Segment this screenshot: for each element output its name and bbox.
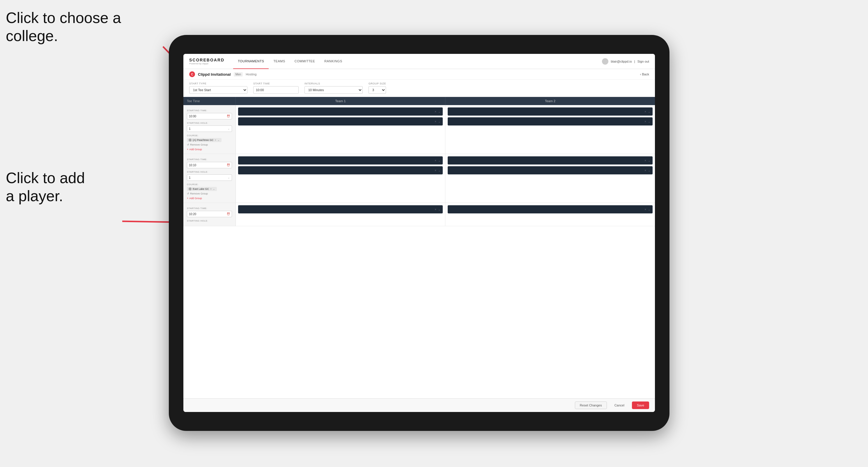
player-row[interactable]: × ⌄: [448, 107, 653, 116]
starting-time-label-3: STARTING TIME:: [187, 207, 232, 210]
separator: |: [634, 60, 635, 63]
team2-cell-3: × ⌄: [445, 203, 655, 226]
nav-bar: SCOREBOARD Powered by clippd TOURNAMENTS…: [183, 54, 655, 69]
starting-time-input-1[interactable]: 10:00⏰: [187, 113, 232, 119]
sign-out-link[interactable]: Sign out: [638, 60, 649, 63]
course-label-1: COURSE:: [187, 134, 232, 137]
intervals-group: Intervals 10 Minutes: [305, 82, 363, 94]
footer-bar: Reset Changes Cancel Save: [183, 398, 655, 412]
player-arr-icon: ⌄: [438, 159, 440, 162]
player-row[interactable]: × ⌄: [448, 166, 653, 175]
starting-time-label-2: STARTING TIME:: [187, 158, 232, 161]
group-size-select[interactable]: 3: [369, 86, 386, 94]
nav-rankings[interactable]: RANKINGS: [320, 54, 347, 69]
player-x-icon[interactable]: ×: [645, 120, 646, 123]
group-2-left: STARTING TIME: 10:10⏰ STARTING HOLE: 1⌄ …: [183, 154, 236, 203]
player-row[interactable]: × ⌄: [238, 117, 443, 125]
player-row[interactable]: × ⌄: [448, 117, 653, 125]
group-size-group: Group Size 3: [369, 82, 386, 94]
logo-area: SCOREBOARD Powered by clippd: [189, 58, 224, 65]
table-content: STARTING TIME: 10:00⏰ STARTING HOLE: 1⌄ …: [183, 105, 655, 398]
player-x-icon[interactable]: ×: [435, 208, 436, 211]
th-team2: Team 2: [445, 97, 655, 105]
player-arr-icon: ⌄: [438, 169, 440, 172]
starting-time-input-2[interactable]: 10:10⏰: [187, 162, 232, 168]
player-arr-icon: ⌄: [438, 120, 440, 123]
logo-title: SCOREBOARD: [189, 58, 224, 62]
add-group-1[interactable]: +Add Group: [187, 148, 232, 151]
player-x-icon[interactable]: ×: [645, 110, 646, 113]
team1-cell-3: × ⌄: [236, 203, 445, 226]
save-button[interactable]: Save: [632, 402, 649, 409]
course-chevron-2[interactable]: ⌄: [213, 187, 215, 190]
start-type-group: Start Type 1st Tee Start: [189, 82, 247, 94]
annotation-choose-college: Click to choose a college.: [6, 9, 121, 45]
player-x-icon[interactable]: ×: [435, 110, 436, 113]
course-tag-1[interactable]: (A) Peachtree GC × ⌄: [187, 138, 221, 142]
player-x-icon[interactable]: ×: [435, 159, 436, 162]
player-arr-icon: ⌄: [438, 208, 440, 211]
starting-hole-label-2: STARTING HOLE:: [187, 170, 232, 173]
player-row[interactable]: × ⌄: [448, 205, 653, 213]
nav-user: blair@clippd.io | Sign out: [602, 58, 649, 65]
user-avatar: [602, 58, 608, 65]
remove-group-1[interactable]: ↺Remove Group: [187, 143, 232, 146]
starting-hole-input-1[interactable]: 1⌄: [187, 125, 232, 132]
th-team1: Team 1: [236, 97, 445, 105]
nav-links: TOURNAMENTS TEAMS COMMITTEE RANKINGS: [233, 54, 602, 69]
nav-committee[interactable]: COMMITTEE: [290, 54, 320, 69]
player-arr-icon: ⌄: [648, 120, 650, 123]
player-row[interactable]: × ⌄: [238, 166, 443, 175]
tablet-screen: SCOREBOARD Powered by clippd TOURNAMENTS…: [183, 54, 655, 412]
intervals-select[interactable]: 10 Minutes: [305, 86, 363, 94]
team1-cell-1: × ⌄ × ⌄: [236, 105, 445, 154]
course-tag-2[interactable]: East Lake GC × ⌄: [187, 187, 217, 191]
course-icon-1: [189, 138, 191, 142]
player-x-icon[interactable]: ×: [645, 208, 646, 211]
player-arr-icon: ⌄: [648, 169, 650, 172]
table-row: STARTING TIME: 10:00⏰ STARTING HOLE: 1⌄ …: [183, 105, 655, 154]
course-chevron-1[interactable]: ⌄: [217, 138, 220, 142]
th-tee-time: Tee Time: [183, 97, 236, 105]
player-x-icon[interactable]: ×: [645, 169, 646, 172]
annotation-add-player: Click to add a player.: [6, 169, 85, 205]
remove-group-2[interactable]: ↺Remove Group: [187, 192, 232, 195]
back-button[interactable]: ‹ Back: [640, 72, 649, 76]
course-remove-2[interactable]: ×: [210, 187, 212, 190]
start-time-input[interactable]: [253, 86, 299, 94]
event-hosting: Hosting: [246, 72, 256, 76]
player-x-icon[interactable]: ×: [435, 169, 436, 172]
course-name-1: (A) Peachtree GC: [193, 138, 214, 142]
player-row[interactable]: × ⌄: [448, 156, 653, 164]
start-type-select[interactable]: 1st Tee Start: [189, 86, 247, 94]
player-x-icon[interactable]: ×: [645, 159, 646, 162]
course-remove-1[interactable]: ×: [215, 138, 216, 142]
table-header: Tee Time Team 1 Team 2: [183, 97, 655, 105]
event-gender: Men: [234, 72, 243, 76]
player-row[interactable]: × ⌄: [238, 107, 443, 116]
add-group-2[interactable]: +Add Group: [187, 197, 232, 200]
nav-teams[interactable]: TEAMS: [269, 54, 290, 69]
team1-cell-2: × ⌄ × ⌄: [236, 154, 445, 203]
start-time-group: Start Time: [253, 82, 299, 94]
sub-header: C Clippd Invitational Men Hosting ‹ Back: [183, 69, 655, 80]
start-type-label: Start Type: [189, 82, 247, 85]
reset-button[interactable]: Reset Changes: [575, 402, 607, 409]
player-row[interactable]: × ⌄: [238, 156, 443, 164]
starting-hole-input-2[interactable]: 1⌄: [187, 175, 232, 181]
table-row: STARTING TIME: 10:10⏰ STARTING HOLE: 1⌄ …: [183, 154, 655, 203]
course-input-row-2: East Lake GC × ⌄: [187, 187, 232, 191]
course-input-row-1: (A) Peachtree GC × ⌄: [187, 138, 232, 142]
group-size-label: Group Size: [369, 82, 386, 85]
cancel-button[interactable]: Cancel: [610, 402, 629, 409]
player-arr-icon: ⌄: [648, 110, 650, 113]
player-x-icon[interactable]: ×: [435, 120, 436, 123]
starting-hole-label-3: STARTING HOLE:: [187, 220, 232, 222]
settings-bar: Start Type 1st Tee Start Start Time Inte…: [183, 80, 655, 97]
start-time-label: Start Time: [253, 82, 299, 85]
nav-tournaments[interactable]: TOURNAMENTS: [233, 54, 269, 69]
group-1-left: STARTING TIME: 10:00⏰ STARTING HOLE: 1⌄ …: [183, 105, 236, 154]
intervals-label: Intervals: [305, 82, 363, 85]
player-row[interactable]: × ⌄: [238, 205, 443, 213]
starting-time-input-3[interactable]: 10:20⏰: [187, 211, 232, 217]
